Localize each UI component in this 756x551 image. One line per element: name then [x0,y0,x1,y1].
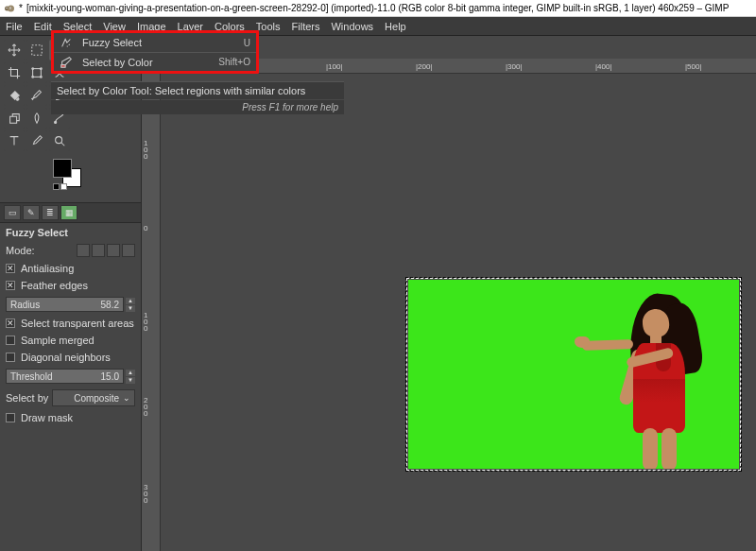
menu-help[interactable]: Help [385,21,406,32]
svg-rect-6 [32,45,43,56]
antialiasing-label: Antialiasing [21,263,135,274]
dock-tab-tool-options[interactable]: ▭ [4,205,21,220]
radius-label: Radius [10,300,40,310]
sample-merged-label: Sample merged [21,335,135,346]
flyout-item-fuzzy-select[interactable]: Fuzzy Select U [54,33,256,52]
crop-tool[interactable] [4,62,25,83]
menu-file[interactable]: File [6,21,23,32]
select-by-row: Select by Composite ⌄ [6,389,135,406]
threshold-slider[interactable]: Threshold15.0 ▲▼ [6,369,135,384]
canvas-image[interactable] [408,280,739,469]
svg-rect-7 [33,69,42,77]
select-transparent-label: Select transparent areas [21,318,135,329]
radius-value: 58.2 [101,300,119,310]
radius-spinner[interactable]: ▲▼ [126,298,135,312]
text-tool[interactable] [4,130,25,151]
select-by-label: Select by [6,392,48,404]
antialiasing-checkbox[interactable] [6,264,15,273]
select-by-dropdown[interactable]: Composite ⌄ [52,389,135,406]
select-by-value: Composite [74,393,119,404]
dock-tabs: ▭ ✎ ≣ ▦ [0,202,141,223]
diagonal-row[interactable]: Diagonal neighbors [6,352,135,363]
svg-point-16 [56,137,62,144]
feather-label: Feather edges [21,280,135,291]
tool-options-panel: Fuzzy Select Mode: Antialiasing Feather … [0,223,141,551]
flyout-shortcut: U [244,38,250,48]
select-transparent-checkbox[interactable] [6,319,15,328]
window-title-text: [mixkit-young-woman-giving-a-presentatio… [26,3,729,13]
canvas-board[interactable] [161,74,756,551]
transform-tool[interactable] [26,62,47,83]
flyout-label: Fuzzy Select [82,37,234,48]
fuzzy-select-icon [60,36,73,49]
clone-tool[interactable] [4,108,25,129]
sample-merged-checkbox[interactable] [6,336,15,345]
mode-label: Mode: [6,245,71,256]
svg-point-14 [55,121,57,123]
menu-windows[interactable]: Windows [331,21,373,32]
zoom-tool[interactable] [49,130,70,151]
chevron-down-icon: ⌄ [123,393,130,403]
draw-mask-row[interactable]: Draw mask [6,412,135,423]
smudge-tool[interactable] [26,108,47,129]
flyout-shortcut: Shift+O [218,57,250,67]
dock-tab-images[interactable]: ▦ [60,205,77,220]
svg-point-4 [7,8,8,9]
paintbrush-tool[interactable] [26,85,47,106]
document-dirty-marker: * [19,3,23,13]
threshold-label: Threshold [10,371,52,382]
radius-slider[interactable]: Radius58.2 ▲▼ [6,297,135,312]
color-swatches[interactable] [53,159,91,193]
menu-edit[interactable]: Edit [34,21,52,32]
dock-tab-device[interactable]: ✎ [23,205,40,220]
tool-flyout-menu: Fuzzy Select U Select by Color Shift+O [51,30,259,74]
color-picker-tool[interactable] [26,130,47,151]
fg-color-swatch[interactable] [53,159,72,178]
svg-rect-13 [10,116,17,123]
feather-row[interactable]: Feather edges [6,280,135,291]
sample-merged-row[interactable]: Sample merged [6,335,135,346]
menu-tools[interactable]: Tools [256,21,281,32]
draw-mask-checkbox[interactable] [6,413,15,422]
selection-marquee [408,280,739,469]
draw-mask-label: Draw mask [21,412,135,423]
feather-checkbox[interactable] [6,281,15,290]
svg-point-5 [10,8,11,9]
flyout-tooltip: Select by Color Tool: Select regions wit… [51,81,344,99]
diagonal-label: Diagonal neighbors [21,352,135,363]
flyout-item-select-by-color[interactable]: Select by Color Shift+O [54,52,256,71]
window-titlebar: * [mixkit-young-woman-giving-a-presentat… [0,0,756,17]
select-transparent-row[interactable]: Select transparent areas [6,318,135,329]
toolbox-panel: Fuzzy Select U Select by Color Shift+O S… [0,36,142,551]
rect-select-tool[interactable] [26,40,47,60]
threshold-value: 15.0 [101,371,119,382]
vertical-ruler[interactable]: 1 0 001 0 02 0 03 0 0 [142,74,161,551]
bucket-fill-tool[interactable] [4,85,25,106]
antialiasing-row[interactable]: Antialiasing [6,263,135,274]
tool-options-heading: Fuzzy Select [6,227,135,238]
menu-filters[interactable]: Filters [292,21,320,32]
image-subject [588,294,711,469]
move-tool[interactable] [4,40,25,60]
flyout-label: Select by Color [82,57,209,68]
flyout-hint: Press F1 for more help [51,100,344,114]
gimp-logo-icon [4,3,15,14]
threshold-spinner[interactable]: ▲▼ [126,370,135,384]
dock-tab-layers[interactable]: ≣ [42,205,59,220]
swap-reset-icons[interactable] [53,183,67,190]
select-by-color-icon [60,56,73,69]
mode-buttons[interactable] [77,244,135,257]
mode-row: Mode: [6,244,135,257]
svg-rect-17 [61,64,65,67]
diagonal-checkbox[interactable] [6,353,15,362]
